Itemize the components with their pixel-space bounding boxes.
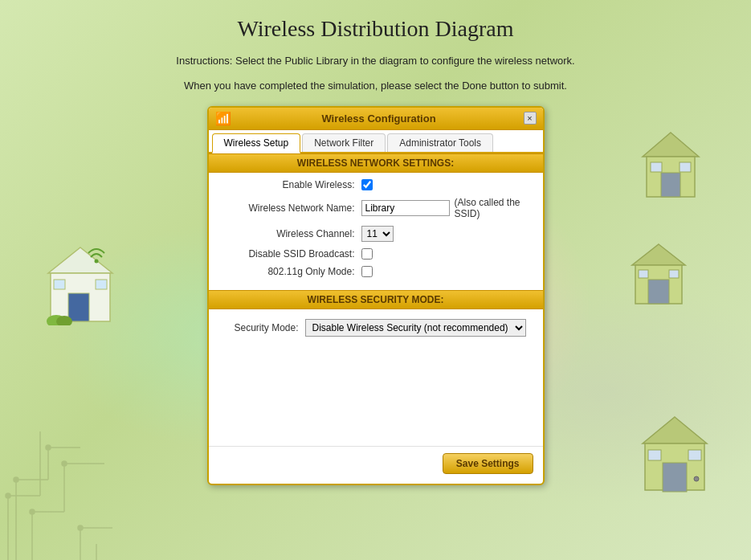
content-spacer [209, 341, 543, 446]
page-title: Wireless Distribution Diagram [237, 16, 513, 42]
wireless-form: Enable Wireless: Wireless Network Name: … [209, 173, 543, 290]
security-section-header: WIRELESS SECURITY MODE: [209, 290, 543, 309]
channel-row: Wireless Channel: 123 456 789 1011 [217, 226, 535, 242]
wireless-config-dialog: 📶 Wireless Configuration × Wireless Setu… [207, 106, 545, 485]
instruction-line-2: When you have completed the simulation, … [184, 78, 567, 95]
tab-network-filter[interactable]: Network Filter [302, 133, 386, 152]
tab-admin-tools[interactable]: Administrator Tools [387, 133, 493, 152]
main-content: Wireless Distribution Diagram Instructio… [0, 0, 751, 485]
ssid-hint: (Also called the SSID) [455, 197, 535, 219]
mode-8021g-row: 802.11g Only Mode: [217, 266, 535, 277]
disable-ssid-row: Disable SSID Broadcast: [217, 248, 535, 260]
security-mode-row: Security Mode: Disable Wireless Security… [217, 319, 535, 337]
tab-bar: Wireless Setup Network Filter Administra… [209, 130, 543, 153]
dialog-title: Wireless Configuration [235, 112, 524, 125]
security-mode-label: Security Mode: [217, 322, 305, 333]
tab-wireless-setup[interactable]: Wireless Setup [212, 133, 301, 153]
save-settings-button[interactable]: Save Settings [443, 453, 533, 474]
dialog-titlebar: 📶 Wireless Configuration × [209, 108, 543, 130]
network-name-label: Wireless Network Name: [217, 202, 361, 214]
network-name-row: Wireless Network Name: (Also called the … [217, 197, 535, 219]
channel-label: Wireless Channel: [217, 228, 361, 239]
wifi-icon: 📶 [215, 111, 231, 126]
svg-point-18 [6, 493, 10, 498]
enable-wireless-checkbox[interactable] [361, 179, 373, 190]
enable-wireless-label: Enable Wireless: [217, 179, 361, 190]
instruction-line-1: Instructions: Select the Public Library … [176, 53, 574, 70]
network-name-input[interactable] [361, 200, 450, 216]
mode-8021g-checkbox[interactable] [361, 266, 373, 277]
svg-point-19 [78, 525, 83, 530]
mode-8021g-label: 802.11g Only Mode: [217, 266, 361, 277]
dialog-footer: Save Settings [209, 446, 543, 484]
security-mode-select[interactable]: Disable Wireless Security (not recommend… [305, 319, 526, 337]
wireless-settings-header: WIRELESS NETWORK SETTINGS: [209, 153, 543, 173]
security-section: Security Mode: Disable Wireless Security… [209, 309, 543, 341]
channel-select[interactable]: 123 456 789 1011 [361, 226, 394, 242]
disable-ssid-checkbox[interactable] [361, 248, 373, 260]
svg-point-16 [30, 509, 35, 514]
enable-wireless-row: Enable Wireless: [217, 179, 535, 190]
close-button[interactable]: × [524, 112, 537, 125]
disable-ssid-label: Disable SSID Broadcast: [217, 248, 361, 260]
